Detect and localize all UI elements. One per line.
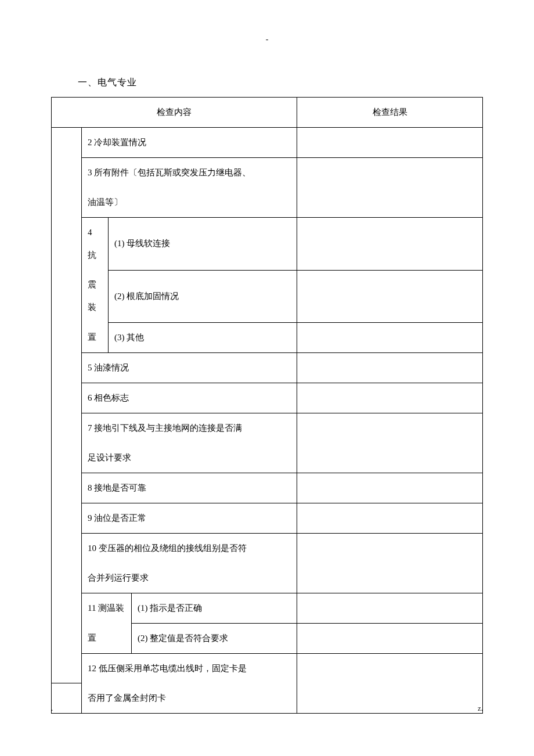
cell-sub-label: 11 测温装 [82, 593, 132, 623]
table-row: 置 (3) 其他 [52, 322, 483, 352]
cell-result [297, 413, 483, 473]
top-marker: - [51, 35, 483, 44]
table-row: 9 油位是否正常 [52, 503, 483, 533]
table-row: 12 低压侧采用单芯电缆出线时，固定卡是 [52, 653, 483, 683]
cell-content: 6 相色标志 [82, 383, 297, 413]
cell-content: 10 变压器的相位及绕组的接线组别是否符 [82, 533, 297, 563]
cell-content: 3 所有附件〔包括瓦斯或突发压力继电器、 [82, 158, 297, 188]
cell-content: 合并列运行要求 [82, 563, 297, 593]
cell-content: 9 油位是否正常 [82, 503, 297, 533]
row-group-stub [52, 128, 82, 683]
cell-content: 8 接地是否可靠 [82, 473, 297, 503]
table-row: 4 抗 (1) 母线软连接 [52, 218, 483, 271]
table-row: 10 变压器的相位及绕组的接线组别是否符 [52, 533, 483, 563]
cell-result [297, 593, 483, 623]
cell-content: 2 冷却装置情况 [82, 128, 297, 158]
table-row: 11 测温装 (1) 指示是否正确 [52, 593, 483, 623]
cell-result [297, 270, 483, 322]
footer-right: z. [478, 704, 483, 713]
cell-result [297, 473, 483, 503]
page-footer: . z. [51, 704, 483, 713]
table-row: 震装 (2) 根底加固情况 [52, 270, 483, 322]
cell-content: 足设计要求 [82, 443, 297, 473]
cell-result [297, 128, 483, 158]
cell-sub-label: 4 抗 [82, 218, 109, 271]
header-content: 检查内容 [52, 98, 297, 128]
cell-content: 7 接地引下线及与主接地网的连接是否满 [82, 413, 297, 443]
cell-result [297, 352, 483, 383]
cell-result [297, 503, 483, 533]
cell-result [297, 383, 483, 413]
table-row: 7 接地引下线及与主接地网的连接是否满 [52, 413, 483, 443]
cell-content: 12 低压侧采用单芯电缆出线时，固定卡是 [82, 653, 297, 683]
cell-result [297, 533, 483, 593]
cell-content: 5 油漆情况 [82, 352, 297, 383]
cell-sub-label: 置 [82, 623, 132, 653]
cell-sub-label: 置 [82, 322, 109, 352]
cell-content: (3) 其他 [109, 322, 297, 352]
table-row: 置 (2) 整定值是否符合要求 [52, 623, 483, 653]
cell-result [297, 218, 483, 271]
cell-result [297, 623, 483, 653]
table-row: 5 油漆情况 [52, 352, 483, 383]
cell-content: (1) 母线软连接 [109, 218, 297, 271]
inspection-table: 检查内容 检查结果 2 冷却装置情况 3 所有附件〔包括瓦斯或突发压力继电器、 … [51, 97, 483, 714]
cell-content: 油温等〕 [82, 188, 297, 218]
section-title: 一、电气专业 [78, 77, 483, 89]
table-row: 8 接地是否可靠 [52, 473, 483, 503]
cell-result [297, 322, 483, 352]
footer-left: . [51, 704, 53, 713]
cell-content: (1) 指示是否正确 [132, 593, 297, 623]
table-row: 2 冷却装置情况 [52, 128, 483, 158]
cell-result [297, 158, 483, 218]
table-row: 3 所有附件〔包括瓦斯或突发压力继电器、 [52, 158, 483, 188]
table-row: 6 相色标志 [52, 383, 483, 413]
cell-content: (2) 根底加固情况 [109, 270, 297, 322]
cell-content: (2) 整定值是否符合要求 [132, 623, 297, 653]
cell-sub-label: 震装 [82, 270, 109, 322]
table-header-row: 检查内容 检查结果 [52, 98, 483, 128]
header-result: 检查结果 [297, 98, 483, 128]
